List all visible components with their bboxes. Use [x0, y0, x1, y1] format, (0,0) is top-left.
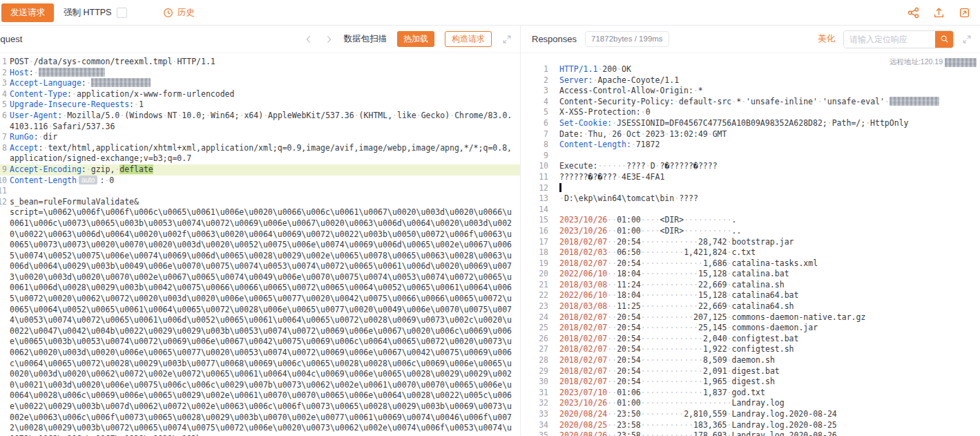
code-line[interactable]: 302018/02/07··20:54·············1,965·di…: [521, 377, 980, 388]
line-number: 29: [521, 366, 548, 377]
line-number: 16: [521, 226, 548, 237]
code-line[interactable]: 242018/02/07··20:54···········207,125·co…: [521, 312, 980, 323]
code-line[interactable]: 12: [521, 183, 980, 194]
code-line[interactable]: 312023/07/10··01:06·············1,837·go…: [521, 388, 980, 399]
line-number: 1: [0, 57, 7, 68]
line-number: 6: [0, 111, 7, 132]
line-number: 3: [0, 78, 7, 89]
history-button[interactable]: 历史: [163, 7, 194, 19]
code-line[interactable]: 282018/02/07··20:54·············8,509·da…: [521, 355, 980, 366]
code-line[interactable]: 202022/06/10··18:04············15,128·ca…: [521, 269, 980, 280]
code-line[interactable]: 9Accept-Encoding:·gzip,·deflate: [0, 164, 520, 176]
line-number: 2: [521, 75, 548, 86]
line-number: 2: [0, 68, 7, 79]
code-line[interactable]: 9: [521, 151, 980, 162]
send-request-button[interactable]: 发送请求: [1, 3, 54, 22]
code-line[interactable]: 182018/02/03··06:50·········1,421,824·c.…: [521, 247, 980, 258]
request-panel-title: Request: [0, 34, 22, 44]
line-number: 5: [0, 99, 7, 111]
mosaic-redaction: [39, 68, 105, 77]
code-line[interactable]: 192018/02/07··20:54·············1,686·ca…: [521, 258, 980, 269]
code-line[interactable]: 12s_bean=ruleFormulaValidate&script=\u00…: [0, 197, 520, 436]
share-icon[interactable]: [907, 7, 919, 19]
code-line[interactable]: 8Accept:·text/html,application/xhtml+xml…: [0, 143, 520, 164]
code-line[interactable]: 222022/06/10··18:04············15,128·ca…: [521, 290, 980, 301]
line-number: 19: [521, 258, 548, 269]
split-view: Request 数据包扫描 热加载 构造请求 1POST·/data: [0, 26, 980, 436]
line-number: 22: [521, 290, 548, 301]
code-line[interactable]: 13·D:\ekp\win64\tomcat\bin·????: [521, 193, 980, 205]
line-number: 5: [521, 107, 548, 118]
upload-icon[interactable]: [933, 7, 945, 19]
line-number: 12: [521, 183, 548, 194]
code-line[interactable]: 4Content-Type:·application/x-www-form-ur…: [0, 89, 520, 100]
code-line[interactable]: 11: [0, 186, 520, 197]
line-number: 12: [0, 197, 7, 436]
code-line[interactable]: 11??????�?�???·4E3E-4FA1: [521, 172, 980, 183]
expand-icon[interactable]: [502, 35, 512, 44]
code-line[interactable]: 252018/02/07··20:54············25,145·co…: [521, 323, 980, 334]
request-panel-header: Request 数据包扫描 热加载 构造请求: [0, 26, 520, 53]
code-line[interactable]: 272018/02/07··20:54·············1,922·co…: [521, 344, 980, 355]
line-number: 10: [0, 176, 7, 187]
code-line[interactable]: 8Content-Length:·71872: [521, 140, 980, 151]
code-line[interactable]: 3Accept-Language:·: [0, 78, 520, 89]
line-number: 11: [521, 172, 548, 183]
request-panel-actions: 数据包扫描 热加载 构造请求: [304, 31, 512, 47]
code-line[interactable]: 6User-Agent:·Mozilla/5.0·(Windows·NT·10.…: [0, 111, 520, 132]
force-https-checkbox[interactable]: [117, 8, 127, 18]
code-line[interactable]: 152023/10/26··01:00····<DIR>··········.: [521, 215, 980, 226]
line-number: 32: [521, 398, 548, 409]
line-number: 11: [0, 186, 7, 197]
code-line[interactable]: 4Content-Security-Policy:·default-src·*·…: [521, 97, 980, 108]
code-line[interactable]: 212018/03/08··11:24············22,669·ca…: [521, 280, 980, 291]
response-search-button[interactable]: [935, 31, 953, 48]
chevron-left-icon[interactable]: [304, 35, 314, 44]
line-number: 31: [521, 388, 548, 399]
code-line[interactable]: 162023/10/26··01:00····<DIR>··········..: [521, 226, 980, 237]
code-line[interactable]: 7Date:·Thu,·26·Oct·2023·13:02:49·GMT: [521, 129, 980, 140]
code-line[interactable]: 6Set-Cookie:·JSESSIONID=DF04567C47756A10…: [521, 118, 980, 129]
response-search-input[interactable]: [844, 31, 935, 48]
code-line[interactable]: 352020/08/26··23:58···········178,693·La…: [521, 430, 980, 436]
code-line[interactable]: 10Content-Lengthauto:·0: [0, 176, 520, 187]
request-editor[interactable]: 1POST·/data/sys-common/treexml.tmpl·HTTP…: [0, 53, 520, 436]
code-line[interactable]: 172018/02/07··20:54············28,742·bo…: [521, 237, 980, 248]
export-icon[interactable]: [959, 7, 970, 19]
response-viewer[interactable]: 1HTTP/1.1·200·OK2Server:·Apache-Coyote/1…: [521, 53, 980, 436]
line-number: 13: [521, 193, 548, 205]
build-request-button[interactable]: 构造请求: [445, 31, 492, 47]
response-panel-header: Responses 71872bytes / 199ms 美化: [521, 26, 980, 53]
hot-reload-button[interactable]: 热加载: [397, 31, 434, 47]
chevron-right-icon[interactable]: [324, 35, 334, 44]
code-line[interactable]: 292018/02/07··20:54·············2,091·di…: [521, 366, 980, 377]
code-line[interactable]: 2Server:·Apache-Coyote/1.1: [521, 75, 980, 86]
beautify-button[interactable]: 美化: [818, 33, 835, 45]
top-toolbar: 发送请求 强制 HTTPS 历史: [0, 0, 980, 26]
packet-scan-button[interactable]: 数据包扫描: [344, 33, 387, 45]
code-line[interactable]: 262018/02/07··20:54·············2,040·co…: [521, 334, 980, 345]
line-number: 18: [521, 247, 548, 258]
code-line[interactable]: 5Upgrade-Insecure-Requests:·1: [0, 99, 520, 111]
line-number: 7: [521, 129, 548, 140]
code-line[interactable]: 14: [521, 205, 980, 216]
line-number: 28: [521, 355, 548, 366]
code-line[interactable]: 7RunGo:·dir: [0, 132, 520, 143]
code-line[interactable]: 322023/10/26··01:00···················La…: [521, 398, 980, 409]
line-number: 10: [521, 161, 548, 172]
code-line[interactable]: 1POST·/data/sys-common/treexml.tmpl·HTTP…: [0, 57, 520, 68]
code-line[interactable]: 2Host:·: [0, 68, 520, 79]
code-line[interactable]: 5X-XSS-Protection:·0: [521, 107, 980, 118]
response-panel-actions: 美化: [818, 30, 972, 48]
code-line[interactable]: 10Execute:······????·D·?�?????�????: [521, 161, 980, 172]
code-line[interactable]: 3Access-Control-Allow-Origin:·*: [521, 86, 980, 97]
expand-icon[interactable]: [962, 35, 972, 44]
line-number: 1: [521, 64, 548, 75]
force-https-group: 强制 HTTPS: [64, 7, 127, 19]
line-number: 9: [0, 164, 7, 176]
clock-icon: [163, 8, 173, 18]
code-line[interactable]: 232018/03/08··11:25············22,669·ca…: [521, 301, 980, 312]
code-line[interactable]: 342020/08/25··23:58···········183,365·La…: [521, 420, 980, 431]
code-line[interactable]: 332020/08/24··23:50·········2,810,559·La…: [521, 409, 980, 420]
line-number: 25: [521, 323, 548, 334]
